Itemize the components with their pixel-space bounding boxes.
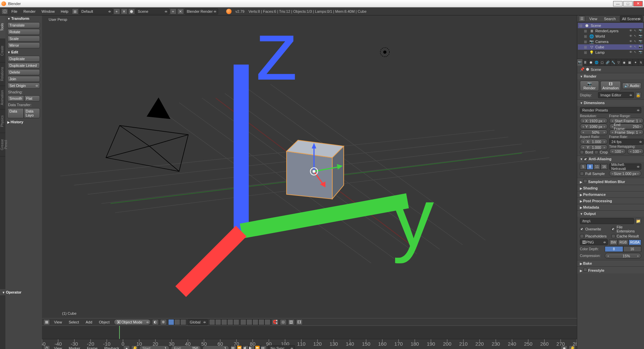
color-mode-segment[interactable]: BWRGBRGBA (609, 239, 641, 245)
expand-icon[interactable]: ⊞ (584, 45, 588, 49)
time-remap-old[interactable]: :100 (609, 148, 626, 154)
frame-rate-dropdown[interactable]: 24 fps (609, 139, 644, 145)
panel-shading-hd[interactable]: Shading (577, 185, 644, 191)
expand-icon[interactable]: ⊞ (584, 34, 588, 39)
panel-post-hd[interactable]: Post Processing (577, 198, 644, 204)
output-path-field[interactable]: /tmp\ (580, 218, 634, 224)
file-format-dropdown[interactable]: 🖼 PNG (580, 239, 608, 245)
restrict-render-icon[interactable]: 📷 (639, 40, 643, 44)
maximize-button[interactable]: □ (623, 1, 633, 6)
tab-material-icon[interactable]: ◉ (622, 59, 628, 66)
manipulator-scale-icon[interactable] (180, 319, 186, 325)
restrict-select-icon[interactable]: ↖ (634, 50, 638, 54)
restrict-render-icon[interactable]: 📷 (639, 45, 643, 49)
aa-size-field[interactable]: Size:1.000 px (609, 171, 642, 176)
end-frame-prop[interactable]: End Frame:250 (609, 124, 644, 129)
tab-physics[interactable]: Physics (0, 110, 5, 133)
outliner-item-world[interactable]: ⊞🌐World👁↖📷 (578, 34, 643, 39)
translate-button[interactable]: Translate (7, 22, 40, 28)
sync-mode-dropdown[interactable]: No Sync (268, 345, 295, 349)
tab-texture-icon[interactable]: ▦ (627, 59, 633, 66)
cache-result-checkbox[interactable]: Cache Result (611, 234, 642, 238)
scale-button[interactable]: Scale (7, 36, 40, 42)
shade-flat-button[interactable]: Flat (24, 95, 40, 101)
panel-freestyle-hd[interactable]: Freestyle (577, 267, 644, 273)
restrict-view-icon[interactable]: 👁 (629, 40, 633, 44)
restrict-view-icon[interactable]: 👁 (629, 50, 633, 54)
panel-output-hd[interactable]: Output (577, 211, 644, 217)
animation-button[interactable]: 🎞 Animation (600, 81, 621, 91)
timeline-track[interactable] (42, 326, 577, 339)
delete-button[interactable]: Delete (7, 69, 40, 75)
placeholders-checkbox[interactable]: Placeholders (580, 234, 610, 238)
time-remap-new[interactable]: :100 (627, 148, 644, 154)
outliner-item-camera[interactable]: ⊞📷Camera👁↖📷 (578, 39, 643, 44)
panel-edit[interactable]: Edit (5, 49, 42, 55)
outliner-item-lamp[interactable]: ⊞💡Lamp👁↖📷 (578, 50, 643, 55)
set-origin-dropdown[interactable]: Set Origin (7, 83, 40, 89)
color-depth-segment[interactable]: 816 (605, 246, 641, 252)
outliner-filter-dropdown[interactable]: All Scenes (620, 16, 643, 22)
audio-button[interactable]: 🔊 Audio (622, 83, 641, 89)
outliner-menu-search[interactable]: Search (601, 16, 618, 22)
view3d-menu-view[interactable]: View (51, 319, 65, 325)
outliner-menu-view[interactable]: View (587, 16, 600, 22)
panel-aa-hd[interactable]: Anti-Aliasing (577, 156, 644, 162)
panel-performance-hd[interactable]: Performance (577, 191, 644, 198)
crop-checkbox[interactable]: Crop (594, 150, 608, 154)
shade-smooth-button[interactable]: Smooth (7, 95, 24, 101)
expand-icon[interactable]: ⊞ (584, 40, 588, 44)
restrict-render-icon[interactable]: 📷 (639, 34, 643, 38)
outliner-item-renderlayers[interactable]: ⊞≣RenderLayers👁↖📷 (578, 28, 643, 34)
restrict-view-icon[interactable]: 👁 (629, 29, 633, 33)
render-presets-dropdown[interactable]: Render Presets (580, 107, 641, 113)
duplicate-button[interactable]: Duplicate (7, 56, 40, 62)
duplicate-linked-button[interactable]: Duplicate Linked (7, 62, 40, 69)
expand-icon[interactable]: ⊞ (584, 29, 588, 33)
tab-relations[interactable]: Relations (0, 62, 5, 86)
compression-field[interactable]: 15% (605, 253, 641, 259)
overwrite-checkbox[interactable]: Overwrite (580, 227, 610, 231)
tab-data-icon[interactable]: ▽ (616, 59, 622, 66)
panel-transform[interactable]: Transform (5, 15, 42, 21)
timeline-ruler[interactable]: -50-40-30-20-100102030405060708090100110… (42, 339, 577, 345)
restrict-view-icon[interactable]: 👁 (629, 34, 633, 38)
render-anim-icon[interactable]: 🎞 (296, 319, 303, 325)
tab-grease-pencil[interactable]: Grease Pencil (0, 133, 5, 157)
restrict-select-icon[interactable]: ↖ (634, 40, 638, 44)
panel-bake-hd[interactable]: Bake (577, 260, 644, 266)
tab-physics-icon[interactable]: ↯ (638, 59, 644, 66)
editor-type-view3d-icon[interactable]: ▦ (43, 319, 50, 325)
3d-viewport[interactable]: User Persp (42, 15, 577, 318)
view3d-menu-add[interactable]: Add (83, 319, 95, 325)
tab-object-icon[interactable]: ▢ (599, 59, 605, 66)
editor-type-icon[interactable]: ⓘ (1, 8, 8, 14)
manipulator-translate-icon[interactable] (168, 319, 174, 325)
minimize-button[interactable]: — (613, 1, 623, 6)
tab-create[interactable]: Create (0, 39, 5, 62)
view3d-menu-select[interactable]: Select (66, 319, 82, 325)
mode-dropdown[interactable]: 🞕 Object Mode (114, 319, 151, 325)
restrict-select-icon[interactable]: ↖ (634, 29, 638, 33)
restrict-select-icon[interactable]: ↖ (634, 34, 638, 38)
tab-particles-icon[interactable]: ✦ (633, 59, 639, 66)
menu-file[interactable]: File (9, 8, 20, 14)
snap-icon[interactable]: 🧲 (272, 319, 279, 325)
viewport-shading-icon[interactable]: ◐ (152, 319, 159, 325)
manipulator-rotate-icon[interactable] (174, 319, 180, 325)
rotate-button[interactable]: Rotate (7, 29, 40, 35)
tab-scene-icon[interactable]: ⬢ (588, 59, 594, 66)
proportional-edit-icon[interactable]: ◎ (280, 319, 287, 325)
orientation-dropdown[interactable]: Global (188, 319, 208, 325)
playhead[interactable] (119, 326, 120, 339)
tab-constraints-icon[interactable]: 🔗 (605, 59, 611, 66)
lock-interface-icon[interactable]: 🔒 (635, 92, 641, 98)
data-transfer-button[interactable]: Data (7, 108, 24, 118)
panel-metadata-hd[interactable]: Metadata (577, 204, 644, 210)
file-browser-icon[interactable]: 📁 (635, 218, 641, 224)
layer-buttons[interactable] (209, 319, 270, 325)
expand-icon[interactable]: ⊞ (584, 50, 588, 55)
restrict-render-icon[interactable]: 📷 (639, 29, 643, 33)
display-mode-dropdown[interactable]: Image Editor (598, 92, 634, 98)
render-preview-icon[interactable]: 🖼 (288, 319, 295, 325)
